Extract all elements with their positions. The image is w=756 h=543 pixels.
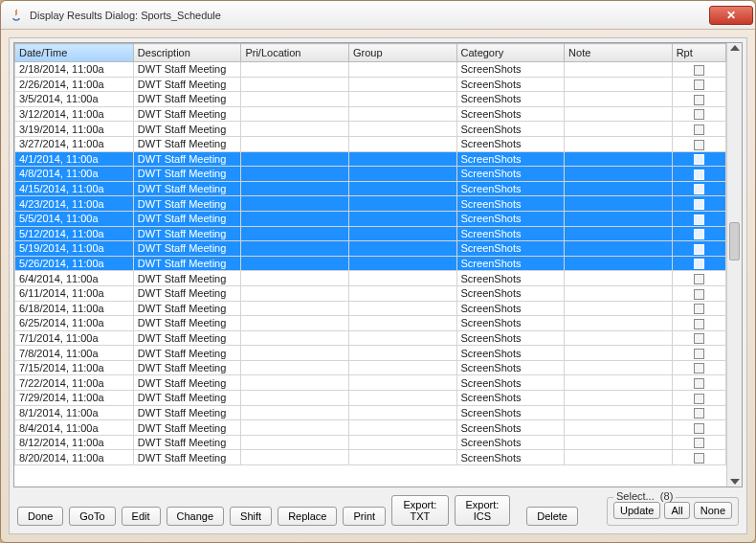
column-header[interactable]: Category xyxy=(456,44,565,62)
pri-location-cell[interactable] xyxy=(241,151,349,167)
description-cell[interactable]: DWT Staff Meeting xyxy=(133,211,241,226)
date-cell[interactable]: 8/4/2014, 11:00a xyxy=(15,420,134,436)
rpt-checkbox[interactable] xyxy=(694,215,704,225)
group-cell[interactable] xyxy=(348,77,456,92)
rpt-checkbox[interactable] xyxy=(694,124,704,135)
table-row[interactable]: 3/12/2014, 11:00aDWT Staff MeetingScreen… xyxy=(15,106,726,122)
export-txt-button[interactable]: Export: TXT xyxy=(391,495,449,526)
description-cell[interactable]: DWT Staff Meeting xyxy=(133,122,241,137)
column-header[interactable]: Note xyxy=(565,44,673,62)
category-cell[interactable]: ScreenShots xyxy=(456,435,565,450)
date-cell[interactable]: 3/12/2014, 11:00a xyxy=(15,106,134,122)
date-cell[interactable]: 5/12/2014, 11:00a xyxy=(15,226,134,241)
select-all-button[interactable]: All xyxy=(664,502,689,519)
group-cell[interactable] xyxy=(348,435,456,450)
description-cell[interactable]: DWT Staff Meeting xyxy=(133,92,241,107)
table-row[interactable]: 7/22/2014, 11:00aDWT Staff MeetingScreen… xyxy=(15,375,726,391)
table-row[interactable]: 8/12/2014, 11:00aDWT Staff MeetingScreen… xyxy=(15,435,726,450)
date-cell[interactable]: 7/8/2014, 11:00a xyxy=(15,346,134,361)
delete-button[interactable]: Delete xyxy=(526,507,578,526)
rpt-cell[interactable] xyxy=(672,301,725,316)
table-row[interactable]: 7/1/2014, 11:00aDWT Staff MeetingScreenS… xyxy=(15,330,726,346)
rpt-cell[interactable] xyxy=(672,391,725,406)
pri-location-cell[interactable] xyxy=(241,271,349,286)
rpt-checkbox[interactable] xyxy=(694,363,704,373)
pri-location-cell[interactable] xyxy=(241,420,349,436)
date-cell[interactable]: 7/29/2014, 11:00a xyxy=(15,391,134,406)
rpt-cell[interactable] xyxy=(672,151,725,167)
note-cell[interactable] xyxy=(565,106,673,122)
pri-location-cell[interactable] xyxy=(241,405,349,420)
category-cell[interactable]: ScreenShots xyxy=(456,151,565,167)
pri-location-cell[interactable] xyxy=(241,62,349,78)
category-cell[interactable]: ScreenShots xyxy=(456,92,565,107)
description-cell[interactable]: DWT Staff Meeting xyxy=(133,360,241,375)
table-row[interactable]: 7/29/2014, 11:00aDWT Staff MeetingScreen… xyxy=(15,391,726,406)
category-cell[interactable]: ScreenShots xyxy=(456,196,565,212)
description-cell[interactable]: DWT Staff Meeting xyxy=(133,420,241,436)
category-cell[interactable]: ScreenShots xyxy=(456,391,565,406)
description-cell[interactable]: DWT Staff Meeting xyxy=(133,151,241,167)
note-cell[interactable] xyxy=(565,196,673,212)
rpt-cell[interactable] xyxy=(672,181,725,196)
note-cell[interactable] xyxy=(565,420,673,436)
description-cell[interactable]: DWT Staff Meeting xyxy=(133,450,241,465)
date-cell[interactable]: 8/20/2014, 11:00a xyxy=(15,450,134,465)
note-cell[interactable] xyxy=(565,405,673,420)
rpt-cell[interactable] xyxy=(672,405,725,420)
column-header[interactable]: Group xyxy=(348,44,456,62)
table-row[interactable]: 5/12/2014, 11:00aDWT Staff MeetingScreen… xyxy=(15,226,726,241)
group-cell[interactable] xyxy=(348,167,456,182)
category-cell[interactable]: ScreenShots xyxy=(456,181,565,196)
pri-location-cell[interactable] xyxy=(241,77,349,92)
category-cell[interactable]: ScreenShots xyxy=(456,211,565,226)
date-cell[interactable]: 6/25/2014, 11:00a xyxy=(15,316,134,331)
rpt-checkbox[interactable] xyxy=(694,274,704,284)
table-row[interactable]: 2/18/2014, 11:00aDWT Staff MeetingScreen… xyxy=(15,62,726,78)
rpt-cell[interactable] xyxy=(672,271,725,286)
category-cell[interactable]: ScreenShots xyxy=(456,136,565,151)
category-cell[interactable]: ScreenShots xyxy=(456,106,565,122)
table-row[interactable]: 6/4/2014, 11:00aDWT Staff MeetingScreenS… xyxy=(15,271,726,286)
note-cell[interactable] xyxy=(565,285,673,301)
group-cell[interactable] xyxy=(348,405,456,420)
group-cell[interactable] xyxy=(348,316,456,331)
pri-location-cell[interactable] xyxy=(241,241,349,257)
rpt-cell[interactable] xyxy=(672,211,725,226)
description-cell[interactable]: DWT Staff Meeting xyxy=(133,391,241,406)
export-ics-button[interactable]: Export: ICS xyxy=(455,495,510,526)
column-header[interactable]: Date/Time xyxy=(15,44,134,62)
date-cell[interactable]: 2/18/2014, 11:00a xyxy=(15,62,134,78)
category-cell[interactable]: ScreenShots xyxy=(456,301,565,316)
pri-location-cell[interactable] xyxy=(241,285,349,301)
table-row[interactable]: 4/15/2014, 11:00aDWT Staff MeetingScreen… xyxy=(15,181,726,196)
rpt-checkbox[interactable] xyxy=(694,333,704,344)
description-cell[interactable]: DWT Staff Meeting xyxy=(133,375,241,391)
date-cell[interactable]: 4/8/2014, 11:00a xyxy=(15,167,134,182)
group-cell[interactable] xyxy=(348,196,456,212)
table-row[interactable]: 2/26/2014, 11:00aDWT Staff MeetingScreen… xyxy=(15,77,726,92)
category-cell[interactable]: ScreenShots xyxy=(456,271,565,286)
rpt-checkbox[interactable] xyxy=(694,109,704,120)
description-cell[interactable]: DWT Staff Meeting xyxy=(133,330,241,346)
group-cell[interactable] xyxy=(348,375,456,391)
rpt-checkbox[interactable] xyxy=(694,319,704,329)
group-cell[interactable] xyxy=(348,211,456,226)
group-cell[interactable] xyxy=(348,450,456,465)
description-cell[interactable]: DWT Staff Meeting xyxy=(133,181,241,196)
table-row[interactable]: 7/15/2014, 11:00aDWT Staff MeetingScreen… xyxy=(15,360,726,375)
scroll-thumb[interactable] xyxy=(729,222,740,260)
rpt-checkbox[interactable] xyxy=(694,140,704,150)
note-cell[interactable] xyxy=(565,330,673,346)
date-cell[interactable]: 5/19/2014, 11:00a xyxy=(15,241,134,257)
date-cell[interactable]: 7/1/2014, 11:00a xyxy=(15,330,134,346)
rpt-checkbox[interactable] xyxy=(694,423,704,434)
group-cell[interactable] xyxy=(348,360,456,375)
description-cell[interactable]: DWT Staff Meeting xyxy=(133,285,241,301)
note-cell[interactable] xyxy=(565,301,673,316)
category-cell[interactable]: ScreenShots xyxy=(456,77,565,92)
goto-button[interactable]: GoTo xyxy=(69,507,115,526)
date-cell[interactable]: 4/15/2014, 11:00a xyxy=(15,181,134,196)
table-row[interactable]: 6/25/2014, 11:00aDWT Staff MeetingScreen… xyxy=(15,316,726,331)
group-cell[interactable] xyxy=(348,420,456,436)
